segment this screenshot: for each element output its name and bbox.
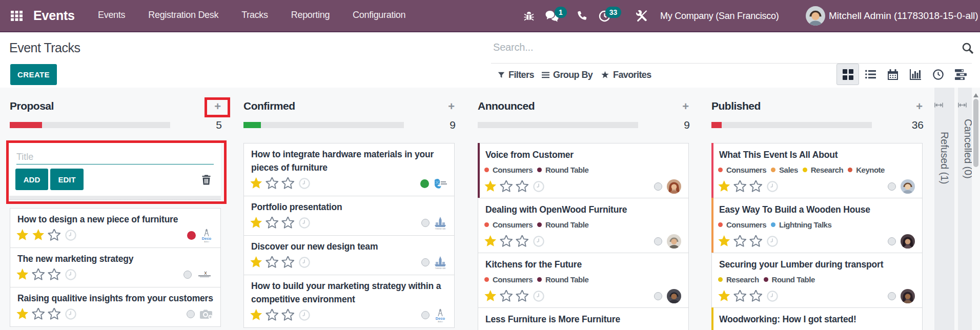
svg-text:Addict: Addict (204, 241, 209, 243)
svg-text:Addict: Addict (438, 321, 443, 323)
svg-text:THESE WE: THESE WE (435, 266, 446, 269)
svg-text:THESE WE: THESE WE (435, 227, 446, 230)
